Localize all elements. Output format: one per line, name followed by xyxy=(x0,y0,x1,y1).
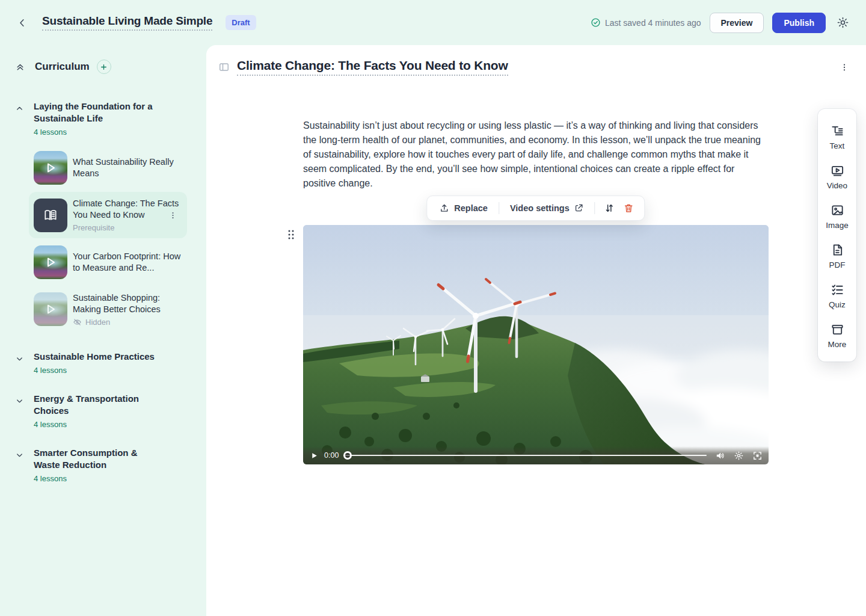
lesson-paragraph[interactable]: Sustainability isn’t just about recyclin… xyxy=(303,119,769,191)
reading-thumbnail xyxy=(34,199,67,232)
course-title[interactable]: Sustainable Living Made Simple xyxy=(42,14,212,31)
publish-button[interactable]: Publish xyxy=(772,13,826,33)
preview-button[interactable]: Preview xyxy=(710,13,764,33)
lesson-title: What Sustainability Really Means xyxy=(73,156,186,179)
delete-block-button[interactable] xyxy=(621,200,637,216)
gear-icon xyxy=(837,16,849,29)
section-title: Laying the Foundation for a Sustainable … xyxy=(34,100,163,125)
curriculum-title: Curriculum xyxy=(35,61,90,73)
chevron-up-icon xyxy=(15,104,24,113)
curriculum-section: Smarter Consumption & Waste Reduction 4 … xyxy=(0,447,197,483)
last-saved-status: Last saved 4 minutes ago xyxy=(591,17,701,28)
lesson-item[interactable]: What Sustainability Really Means xyxy=(29,145,197,191)
insert-image-button[interactable]: Image xyxy=(818,197,856,236)
section-header[interactable]: Sustainable Home Practices 4 lessons xyxy=(0,351,197,375)
status-badge: Draft xyxy=(226,15,256,30)
chevron-down-icon xyxy=(15,396,24,405)
collapse-all-button[interactable] xyxy=(15,62,25,72)
curriculum-section: Laying the Foundation for a Sustainable … xyxy=(0,100,197,333)
wind-farm-video-frame xyxy=(303,225,769,464)
lesson-prerequisite-label: Prerequisite xyxy=(73,223,182,232)
play-icon xyxy=(34,151,67,185)
section-title: Sustainable Home Practices xyxy=(34,351,155,363)
chevron-down-icon xyxy=(15,451,24,460)
check-circle-icon xyxy=(591,17,601,28)
last-saved-text: Last saved 4 minutes ago xyxy=(605,18,701,28)
video-settings-gear-button[interactable] xyxy=(734,451,744,461)
double-chevron-up-icon xyxy=(15,62,25,72)
back-button[interactable] xyxy=(14,15,30,31)
replace-button[interactable]: Replace xyxy=(434,201,493,216)
divider xyxy=(595,202,595,214)
lesson-options-button[interactable] xyxy=(837,60,852,75)
course-editor: Sustainable Living Made Simple Draft Las… xyxy=(0,0,866,616)
video-thumbnail xyxy=(34,245,67,279)
sort-arrows-icon xyxy=(604,203,615,214)
section-lesson-count: 4 lessons xyxy=(34,128,163,137)
insert-more-button[interactable]: More xyxy=(818,316,856,356)
trash-icon xyxy=(624,203,634,214)
section-lesson-count: 4 lessons xyxy=(34,420,163,429)
insert-pdf-button[interactable]: PDF xyxy=(818,236,856,276)
curriculum-section: Energy & Transportation Choices 4 lesson… xyxy=(0,393,197,429)
kebab-vertical-icon xyxy=(840,63,849,72)
play-icon xyxy=(34,292,67,326)
video-time: 0:00 xyxy=(324,451,339,460)
plus-icon xyxy=(100,63,108,71)
section-lesson-count: 4 lessons xyxy=(34,366,155,375)
lesson-hidden-label: Hidden xyxy=(85,318,110,327)
play-button[interactable] xyxy=(309,451,319,461)
image-icon xyxy=(831,203,844,217)
section-title: Smarter Consumption & Waste Reduction xyxy=(34,447,163,471)
move-block-button[interactable] xyxy=(601,200,618,216)
lesson-body: Sustainability isn’t just about recyclin… xyxy=(303,119,769,464)
section-header[interactable]: Energy & Transportation Choices 4 lesson… xyxy=(0,393,197,429)
upload-icon xyxy=(439,203,449,214)
lesson-title: Your Carbon Footprint: How to Measure an… xyxy=(73,251,186,274)
video-settings-button[interactable]: Video settings xyxy=(505,201,589,215)
video-thumbnail xyxy=(34,292,67,326)
insert-quiz-button[interactable]: Quiz xyxy=(818,276,856,316)
video-block-toolbar: Replace Video settings xyxy=(426,196,645,221)
video-thumbnail xyxy=(34,151,67,185)
toggle-sidebar-button[interactable] xyxy=(218,61,230,73)
divider xyxy=(499,202,499,214)
block-drag-handle[interactable] xyxy=(287,229,295,241)
section-header[interactable]: Smarter Consumption & Waste Reduction 4 … xyxy=(0,447,197,483)
video-player[interactable]: 0:00 xyxy=(303,225,769,464)
play-icon xyxy=(34,245,67,279)
insert-video-button[interactable]: Video xyxy=(818,157,856,197)
top-bar: Sustainable Living Made Simple Draft Las… xyxy=(0,0,866,45)
kebab-vertical-icon xyxy=(168,211,177,220)
pdf-document-icon xyxy=(831,243,844,257)
add-section-button[interactable] xyxy=(97,60,111,74)
progress-track xyxy=(343,455,707,456)
section-title: Energy & Transportation Choices xyxy=(34,393,163,417)
lesson-menu-button[interactable] xyxy=(166,208,180,222)
lesson-item-selected[interactable]: Climate Change: The Facts You Need to Kn… xyxy=(29,192,187,238)
lesson-item-hidden[interactable]: Sustainable Shopping: Making Better Choi… xyxy=(29,286,197,333)
external-link-icon xyxy=(574,203,584,213)
text-icon xyxy=(831,124,844,138)
insert-text-button[interactable]: Text xyxy=(818,117,856,157)
lesson-title: Sustainable Shopping: Making Better Choi… xyxy=(73,292,186,315)
curriculum-section: Sustainable Home Practices 4 lessons xyxy=(0,351,197,375)
panel-left-icon xyxy=(218,61,230,73)
chevron-left-icon xyxy=(17,17,28,28)
insert-block-toolbar: Text Video Image PDF Quiz xyxy=(818,109,856,362)
lesson-editor-panel: Climate Change: The Facts You Need to Kn… xyxy=(206,45,866,616)
eye-off-icon xyxy=(73,318,82,327)
section-lesson-count: 4 lessons xyxy=(34,474,163,483)
video-progress-bar[interactable] xyxy=(343,451,707,460)
video-controls: 0:00 xyxy=(303,446,769,464)
book-open-icon xyxy=(43,208,58,223)
section-header[interactable]: Laying the Foundation for a Sustainable … xyxy=(0,100,197,137)
curriculum-sidebar: Curriculum Laying the Foundation for a S… xyxy=(0,45,206,616)
lesson-item[interactable]: Your Carbon Footprint: How to Measure an… xyxy=(29,239,197,285)
fullscreen-button[interactable] xyxy=(752,451,763,461)
volume-button[interactable] xyxy=(715,451,725,461)
chevron-down-icon xyxy=(15,354,24,363)
progress-knob[interactable] xyxy=(343,451,352,460)
lesson-page-title[interactable]: Climate Change: The Facts You Need to Kn… xyxy=(237,58,508,76)
settings-button[interactable] xyxy=(834,14,852,31)
